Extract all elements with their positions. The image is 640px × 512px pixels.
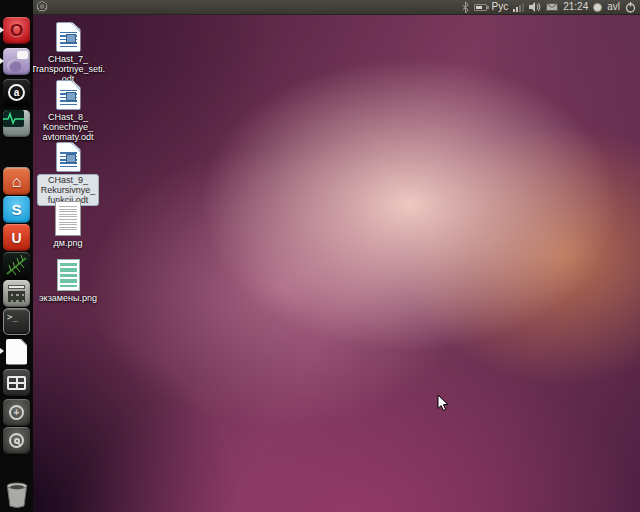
top-panel: Рус 21:24 avl [0, 0, 640, 15]
calculator-display-icon [8, 285, 25, 289]
launcher-item-terminal[interactable]: >_ [3, 308, 30, 335]
desktop-icon-ekzameny-png[interactable]: экзамены.png [20, 259, 116, 303]
workspace-grid-icon [7, 376, 26, 390]
running-indicator-arrow [0, 348, 4, 354]
speech-bubble-icon [17, 51, 28, 59]
launcher: O a ⌂ S U [0, 0, 33, 512]
launcher-item-system-monitor[interactable] [3, 110, 30, 137]
launcher-item-trash[interactable] [3, 481, 30, 508]
user-status-icon[interactable] [593, 3, 602, 12]
magnifier-icon [9, 433, 24, 448]
launcher-item-opera[interactable]: O [3, 17, 30, 44]
power-icon[interactable] [625, 2, 636, 13]
mail-icon[interactable] [546, 3, 558, 11]
launcher-item-skype[interactable]: S [3, 196, 30, 223]
document-page-icon [6, 339, 27, 365]
battery-fill [476, 6, 483, 9]
desktop-icon-dm-png[interactable]: дм.png [20, 201, 116, 248]
volume-icon[interactable] [529, 2, 541, 12]
desktop-icon-label: экзамены.png [20, 293, 116, 303]
desktop-icon-label: дм.png [20, 238, 116, 248]
battery-icon[interactable] [474, 4, 487, 11]
odt-file-icon [56, 80, 81, 110]
u-letter-icon: U [11, 230, 21, 246]
desktop-icon-chast9-selected[interactable]: CHast_9_ Rekursivnye_ funkcii.odt [20, 142, 116, 207]
launcher-item-workspace-switcher[interactable] [3, 369, 30, 396]
at-sign-icon: a [8, 84, 25, 101]
odt-file-icon [56, 22, 81, 52]
launcher-item-u-app[interactable]: U [3, 224, 30, 251]
launcher-item-pidgin[interactable] [3, 48, 30, 75]
magnifier-plus-icon: + [9, 405, 24, 420]
image-thumbnail [55, 201, 81, 236]
running-indicator-arrow [0, 58, 4, 64]
desktop-screen: Рус 21:24 avl O a [0, 0, 640, 512]
calculator-keys-icon [8, 291, 25, 302]
running-indicator-arrow [0, 27, 4, 33]
pidgin-bird-icon [7, 59, 21, 72]
launcher-item-document-app[interactable] [3, 338, 30, 365]
desktop-icon-label: CHast_8_ Konechnye_ avtomaty.odt [20, 112, 116, 142]
clock[interactable]: 21:24 [563, 0, 588, 14]
indicator-tray: Рус 21:24 avl [462, 0, 636, 14]
opera-icon: O [10, 21, 23, 41]
mouse-cursor [437, 394, 449, 416]
network-signal-icon[interactable] [513, 3, 524, 12]
terminal-prompt-icon: >_ [4, 309, 18, 322]
image-thumbnail [57, 259, 80, 291]
bluetooth-icon[interactable] [462, 2, 469, 13]
launcher-item-zoom-lens[interactable]: + [3, 399, 30, 426]
launcher-item-calculator[interactable] [3, 280, 30, 307]
odt-file-icon [56, 142, 81, 172]
skype-icon: S [11, 201, 21, 218]
launcher-item-branch-app[interactable] [3, 252, 30, 279]
branch-icon [3, 252, 30, 279]
panel-corner [0, 0, 33, 15]
oscilloscope-icon [3, 110, 24, 127]
desktop-icon-chast7[interactable]: CHast_7_ Transportnye_seti. odt [20, 22, 116, 84]
panel-app-icon[interactable] [36, 1, 48, 13]
launcher-item-search-lens[interactable] [3, 427, 30, 454]
keyboard-layout-indicator[interactable]: Рус [492, 0, 509, 14]
username[interactable]: avl [607, 0, 620, 14]
desktop-icon-chast8[interactable]: CHast_8_ Konechnye_ avtomaty.odt [20, 80, 116, 142]
launcher-item-home-folder[interactable]: ⌂ [3, 168, 30, 195]
trash-icon [5, 482, 29, 508]
home-icon: ⌂ [12, 174, 22, 190]
launcher-item-at-app[interactable]: a [3, 79, 30, 106]
